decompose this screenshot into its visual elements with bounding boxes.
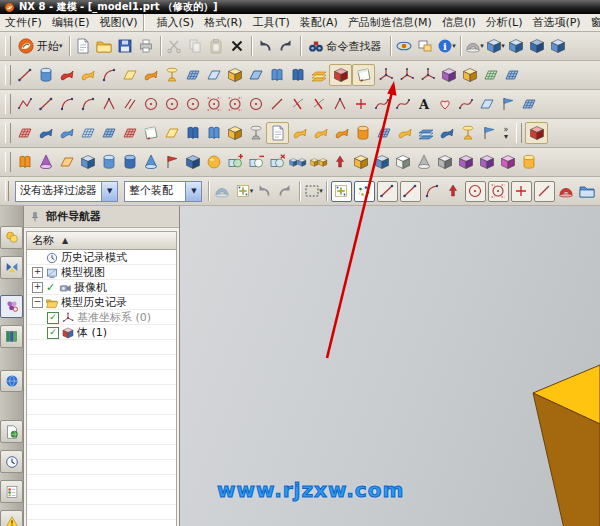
layer-settings-icon[interactable] (480, 64, 501, 86)
toolbar-grip[interactable] (5, 123, 11, 143)
cone-icon[interactable] (140, 151, 161, 173)
view-top-icon[interactable] (548, 35, 569, 57)
save-icon[interactable] (115, 35, 136, 57)
circle-icon[interactable] (140, 93, 161, 115)
visibility-checkbox[interactable]: ✓ (47, 312, 59, 324)
sew-book-icon[interactable] (287, 64, 308, 86)
draft-icon[interactable] (413, 151, 434, 173)
menu-item[interactable]: 格式(R) (199, 14, 247, 31)
split-body-icon[interactable] (35, 151, 56, 173)
dome-icon[interactable] (350, 151, 371, 173)
orient-csys-icon[interactable] (417, 64, 438, 86)
menu-item[interactable]: 视图(V) (94, 14, 143, 31)
hole-icon[interactable] (119, 151, 140, 173)
shell-icon[interactable] (434, 151, 455, 173)
view-isometric-icon[interactable] (527, 35, 548, 57)
menu-item[interactable]: 插入(S) (152, 14, 200, 31)
thicken-icon[interactable] (266, 64, 287, 86)
n-sided-surface-icon[interactable] (119, 122, 140, 144)
graphics-area[interactable]: www.rjzxw.com (180, 206, 600, 526)
system-materials-icon[interactable] (0, 510, 23, 526)
snap-on-curve-icon[interactable] (534, 181, 555, 202)
bend-surface-icon[interactable] (140, 64, 161, 86)
extrude-hint-icon[interactable] (35, 64, 56, 86)
circle-diameter-icon[interactable] (161, 93, 182, 115)
web-browser-icon[interactable] (0, 370, 23, 393)
sketch-line-icon[interactable] (35, 93, 56, 115)
trimmed-body-icon[interactable] (224, 64, 245, 86)
subtract-icon[interactable] (245, 151, 266, 173)
general-selection-icon[interactable] (212, 180, 233, 202)
trim-body-icon[interactable] (161, 151, 182, 173)
three-point-arc-icon[interactable] (77, 93, 98, 115)
boxed-circle-icon[interactable] (203, 93, 224, 115)
section-book-icon[interactable] (203, 122, 224, 144)
mesh-curve-icon[interactable] (518, 93, 539, 115)
undo-icon[interactable] (255, 35, 276, 57)
swoop-surface-icon[interactable] (35, 122, 56, 144)
through-curve-mesh-icon[interactable] (98, 122, 119, 144)
quick-extend-icon[interactable] (308, 93, 329, 115)
snap-endpoint-icon[interactable] (377, 181, 398, 202)
pattern-feature-icon[interactable] (476, 151, 497, 173)
toolbar-overflow-button[interactable]: »▾ (499, 122, 513, 144)
lines-angle-icon[interactable] (98, 93, 119, 115)
dropdown-arrow-icon[interactable]: ▼ (185, 182, 201, 201)
assembly-navigator-icon[interactable] (0, 226, 23, 249)
new-file-icon[interactable] (73, 35, 94, 57)
info-window-icon[interactable]: ▾ (436, 35, 457, 57)
extension-icon[interactable] (310, 122, 331, 144)
menu-item[interactable]: 工具(T) (247, 14, 294, 31)
toolbar-grip[interactable] (516, 123, 522, 143)
menu-item[interactable]: 产品制造信息(M) (343, 14, 437, 31)
promote-body-icon[interactable] (329, 151, 350, 173)
pattern-curve-icon[interactable] (434, 93, 455, 115)
tree-item-cameras[interactable]: +✓摄像机 (27, 280, 176, 295)
paste-icon[interactable] (206, 35, 227, 57)
display-block-icon[interactable] (525, 122, 548, 144)
section-surface-icon[interactable] (203, 64, 224, 86)
tangent-circle-icon[interactable] (245, 93, 266, 115)
revolve-surface-icon[interactable] (161, 64, 182, 86)
sheet-pressed-icon[interactable] (266, 122, 289, 144)
cylinder-icon[interactable] (98, 151, 119, 173)
delete-icon[interactable] (227, 35, 248, 57)
menu-item[interactable]: 分析(L) (481, 14, 528, 31)
menu-item[interactable]: 首选项(P) (527, 14, 585, 31)
expand-expander[interactable]: + (32, 282, 43, 293)
toolbar-grip[interactable] (5, 94, 11, 114)
offset-surface-icon[interactable] (245, 64, 266, 86)
intersect-icon[interactable] (266, 151, 287, 173)
offset-curve-icon[interactable] (455, 93, 476, 115)
reuse-library-icon[interactable] (0, 325, 23, 348)
menu-item[interactable]: 窗口(O) (586, 14, 600, 31)
transition-icon[interactable] (245, 122, 266, 144)
window-icon[interactable] (415, 35, 436, 57)
parallel-line-icon[interactable] (119, 93, 140, 115)
styled-sweep-icon[interactable] (182, 122, 203, 144)
block-icon[interactable] (77, 151, 98, 173)
swoop2-icon[interactable] (436, 122, 457, 144)
expand-expander[interactable]: + (32, 267, 43, 278)
history-icon[interactable] (0, 420, 23, 443)
line-icon[interactable] (14, 64, 35, 86)
tree-item-model-history[interactable]: −模型历史记录 (27, 295, 176, 310)
sphere-icon[interactable] (203, 151, 224, 173)
emboss-body-icon[interactable] (371, 151, 392, 173)
swept-icon[interactable] (161, 122, 182, 144)
grid-surface-icon[interactable] (373, 122, 394, 144)
tree-item-model-views[interactable]: +模型视图 (27, 265, 176, 280)
wedge-icon[interactable] (56, 151, 77, 173)
dropdown-arrow-icon[interactable]: ▼ (101, 182, 117, 201)
tree-item-datum-csys[interactable]: ✓基准坐标系 (0) (27, 310, 176, 325)
snap-point-icon[interactable] (331, 181, 352, 202)
two-blocks-icon[interactable] (287, 151, 308, 173)
law-extension-icon[interactable] (289, 122, 310, 144)
boxed-circle2-icon[interactable] (224, 93, 245, 115)
patch-stack-icon[interactable] (308, 64, 329, 86)
snap-cloud-icon[interactable] (354, 181, 375, 202)
through-curves-icon[interactable] (119, 64, 140, 86)
text-icon[interactable] (413, 93, 434, 115)
snap-midpoint-icon[interactable] (400, 181, 421, 202)
open-file-icon[interactable] (94, 35, 115, 57)
